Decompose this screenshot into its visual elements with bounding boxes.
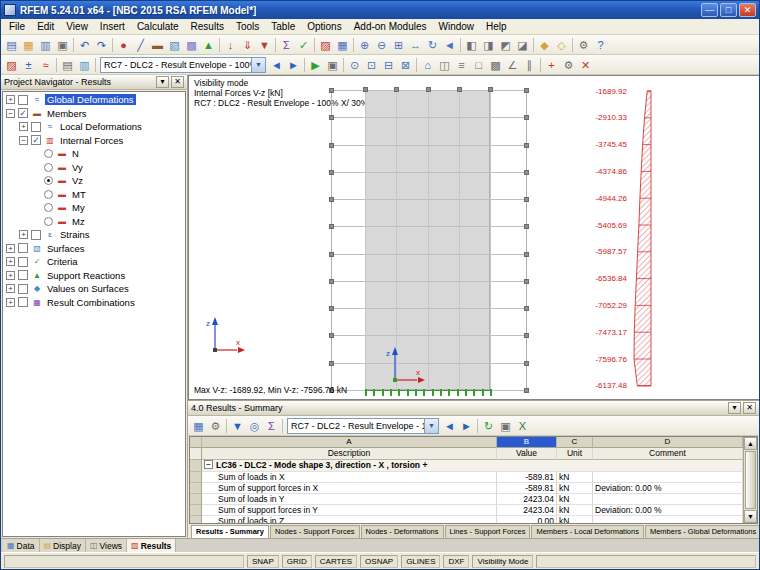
tree-checkbox[interactable]: ✓ — [31, 135, 41, 145]
tree-expander-icon[interactable]: − — [19, 136, 28, 145]
rotate-view-icon[interactable]: ↻ — [424, 37, 441, 53]
column-header-value[interactable]: Value — [497, 448, 557, 460]
show-values-icon[interactable]: ± — [20, 57, 37, 73]
table-row[interactable]: Sum of loads in Y2423.04kN — [190, 494, 743, 505]
previous-view-icon[interactable]: ◄ — [441, 37, 458, 53]
tree-expander-icon[interactable]: + — [6, 95, 15, 104]
menu-window[interactable]: Window — [433, 20, 481, 33]
visibility-mode-icon[interactable]: ⊡ — [363, 57, 380, 73]
table-row[interactable]: Sum of loads in X-589.81kN — [190, 472, 743, 483]
column-letter-a[interactable]: A — [202, 437, 497, 448]
tree-checkbox[interactable]: ✓ — [18, 108, 28, 118]
calculate-icon[interactable]: Σ — [278, 37, 295, 53]
column-header-comment[interactable]: Comment — [593, 448, 743, 460]
export-excel-icon[interactable]: X — [514, 418, 531, 434]
zoom-out-icon[interactable]: ⊖ — [373, 37, 390, 53]
tree-radio[interactable] — [44, 203, 53, 212]
column-header-unit[interactable]: Unit — [557, 448, 593, 460]
options-icon[interactable]: ⚙ — [575, 37, 592, 53]
tree-radio[interactable] — [44, 217, 53, 226]
tree-checkbox[interactable] — [31, 230, 41, 240]
redo-icon[interactable]: ↷ — [93, 37, 110, 53]
table-scrollbar[interactable]: ▲ ▼ — [743, 437, 757, 523]
navigator-tab-results[interactable]: ▨Results — [127, 539, 176, 552]
close-panel-icon[interactable]: ✕ — [171, 76, 184, 88]
tree-checkbox[interactable] — [18, 284, 28, 294]
tree-expander-icon[interactable]: + — [6, 284, 15, 293]
work-plane-icon[interactable]: ∥ — [521, 57, 538, 73]
menu-tools[interactable]: Tools — [230, 20, 265, 33]
table-print-icon[interactable]: ▣ — [497, 418, 514, 434]
pin-panel-icon[interactable]: ▾ — [156, 76, 169, 88]
status-toggle-dxf[interactable]: DXF — [443, 555, 469, 568]
menu-help[interactable]: Help — [480, 20, 513, 33]
tree-item-vz[interactable]: ▬Vz — [3, 174, 185, 188]
results-panel-header[interactable]: 4.0 Results - Summary ▾ ✕ — [188, 401, 759, 416]
tree-item-n[interactable]: ▬N — [3, 147, 185, 161]
print-icon[interactable]: ▣ — [54, 37, 71, 53]
column-letter-c[interactable]: C — [557, 437, 593, 448]
zoom-in-icon[interactable]: ⊕ — [356, 37, 373, 53]
tree-item-global-deformations[interactable]: +≈Global Deformations — [3, 93, 185, 107]
close-button[interactable]: ✕ — [739, 3, 756, 17]
titlebar[interactable]: RFEM 5.24.01 x64 - [NBC 2015 RSA RFEM Mo… — [1, 1, 759, 19]
pan-view-icon[interactable]: ↔ — [407, 37, 424, 53]
tree-item-mz[interactable]: ▬Mz — [3, 215, 185, 229]
menu-add-on-modules[interactable]: Add-on Modules — [348, 20, 433, 33]
results-tab-nodes-support-forces[interactable]: Nodes - Support Forces — [270, 525, 360, 538]
tree-radio[interactable] — [44, 163, 53, 172]
new-solid-icon[interactable]: ▩ — [183, 37, 200, 53]
deformation-display-icon[interactable]: ≈ — [37, 57, 54, 73]
member-load-icon[interactable]: ⇓ — [239, 37, 256, 53]
close-panel-icon[interactable]: ✕ — [743, 402, 756, 414]
menu-options[interactable]: Options — [301, 20, 347, 33]
table-prev-icon[interactable]: ◄ — [441, 418, 458, 434]
tree-expander-icon[interactable]: + — [6, 271, 15, 280]
tree-checkbox[interactable] — [18, 243, 28, 253]
tree-item-support-reactions[interactable]: +▲Support Reactions — [3, 269, 185, 283]
section-icon[interactable]: ∠ — [504, 57, 521, 73]
help-icon[interactable]: ? — [592, 37, 609, 53]
tree-item-result-combinations[interactable]: +▦Result Combinations — [3, 296, 185, 310]
table-row[interactable]: Sum of support forces in Y2423.04kNDevia… — [190, 505, 743, 516]
tree-expander-icon[interactable]: − — [6, 109, 15, 118]
zoom-extents-icon[interactable]: ⌂ — [419, 57, 436, 73]
scroll-up-icon[interactable]: ▲ — [744, 437, 757, 450]
hidden-lines-icon[interactable]: ≡ — [453, 57, 470, 73]
structural-model[interactable] — [331, 90, 527, 390]
coordinate-system-icon[interactable]: + — [543, 57, 560, 73]
tree-checkbox[interactable] — [18, 95, 28, 105]
menu-table[interactable]: Table — [265, 20, 301, 33]
print-graphic-icon[interactable]: ▣ — [324, 57, 341, 73]
animation-icon[interactable]: ▶ — [307, 57, 324, 73]
navigator-tab-data[interactable]: ▦Data — [3, 539, 40, 552]
tree-item-vy[interactable]: ▬Vy — [3, 161, 185, 175]
minimize-button[interactable]: — — [701, 3, 718, 17]
tree-radio[interactable] — [44, 149, 53, 158]
tree-item-surfaces[interactable]: +▧Surfaces — [3, 242, 185, 256]
previous-result-icon[interactable]: ◄ — [268, 57, 285, 73]
menu-file[interactable]: File — [3, 20, 31, 33]
new-node-icon[interactable]: ● — [115, 37, 132, 53]
tree-item-members[interactable]: −✓▬Members — [3, 107, 185, 121]
save-icon[interactable]: ▥ — [37, 37, 54, 53]
tree-item-local-deformations[interactable]: +≈Local Deformations — [3, 120, 185, 134]
table-settings-icon[interactable]: ⚙ — [207, 418, 224, 434]
results-tab-members-local-deformations[interactable]: Members - Local Deformations — [531, 525, 644, 538]
tree-item-internal-forces[interactable]: −✓▥Internal Forces — [3, 134, 185, 148]
surface-load-icon[interactable]: ▼ — [256, 37, 273, 53]
table-find-icon[interactable]: ◎ — [246, 418, 263, 434]
menu-view[interactable]: View — [60, 20, 94, 33]
check-model-icon[interactable]: ✓ — [295, 37, 312, 53]
solid-display-icon[interactable]: ▩ — [487, 57, 504, 73]
tree-item-values-on-surfaces[interactable]: +◆Values on Surfaces — [3, 282, 185, 296]
maximize-button[interactable]: □ — [720, 3, 737, 17]
status-toggle-osnap[interactable]: OSNAP — [360, 555, 398, 568]
view-z-icon[interactable]: ◩ — [497, 37, 514, 53]
graphics-viewport[interactable]: Visibility mode Internal Forces V-z [kN]… — [188, 75, 759, 400]
table-filter-icon[interactable]: ▼ — [229, 418, 246, 434]
tree-checkbox[interactable] — [18, 257, 28, 267]
results-tab-nodes-deformations[interactable]: Nodes - Deformations — [361, 525, 444, 538]
tree-item-strains[interactable]: +εStrains — [3, 228, 185, 242]
dropdown-arrow-icon[interactable]: ▼ — [424, 419, 438, 433]
